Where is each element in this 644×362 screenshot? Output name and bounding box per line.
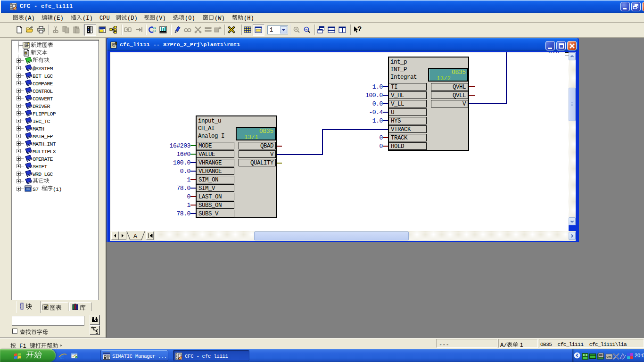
svg-text:A: A: [133, 233, 137, 239]
svg-text:01: 01: [153, 26, 156, 30]
svg-text:10: 10: [153, 30, 156, 33]
svg-text:vm: vm: [607, 355, 611, 359]
svg-text:e: e: [60, 352, 64, 360]
